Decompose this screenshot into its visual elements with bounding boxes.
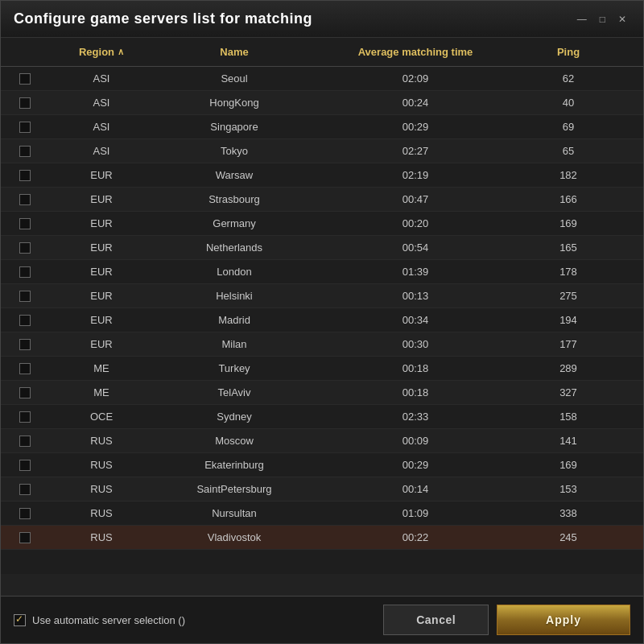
row-checkbox-cell[interactable] xyxy=(1,242,49,254)
row-checkbox[interactable] xyxy=(19,266,31,278)
row-checkbox[interactable] xyxy=(19,460,31,471)
row-avg-time: 02:19 xyxy=(315,169,516,181)
row-ping: 194 xyxy=(516,314,621,326)
row-avg-time: 00:13 xyxy=(315,290,516,302)
row-ping: 245 xyxy=(516,531,621,543)
row-name: Helsinki xyxy=(154,290,315,302)
row-checkbox[interactable] xyxy=(19,291,31,302)
row-ping: 289 xyxy=(516,362,621,374)
row-ping: 62 xyxy=(516,72,621,85)
row-name: Turkey xyxy=(154,362,315,374)
auto-select-label[interactable]: Use automatic server selection () xyxy=(14,614,185,626)
table-body[interactable]: ASI Seoul 02:09 62 ASI HongKong 00:24 40… xyxy=(1,67,643,596)
row-checkbox[interactable] xyxy=(19,97,31,109)
row-checkbox[interactable] xyxy=(19,484,31,495)
row-region: RUS xyxy=(49,435,154,447)
row-checkbox-cell[interactable] xyxy=(1,460,49,471)
row-region: EUR xyxy=(49,193,154,205)
table-row: RUS Nursultan 01:09 338 xyxy=(1,502,643,526)
row-region: RUS xyxy=(49,483,154,495)
row-checkbox-cell[interactable] xyxy=(1,73,49,85)
row-region: EUR xyxy=(49,169,154,181)
row-name: TelAviv xyxy=(154,386,315,398)
row-region: EUR xyxy=(49,242,154,254)
row-checkbox-cell[interactable] xyxy=(1,218,49,229)
row-avg-time: 00:22 xyxy=(315,531,516,543)
table-row: EUR London 01:39 178 xyxy=(1,260,643,284)
row-checkbox-cell[interactable] xyxy=(1,146,49,157)
row-checkbox[interactable] xyxy=(19,532,31,543)
row-checkbox-cell[interactable] xyxy=(1,411,49,423)
row-checkbox-cell[interactable] xyxy=(1,387,49,398)
row-checkbox-cell[interactable] xyxy=(1,339,49,350)
table-row: ME TelAviv 00:18 327 xyxy=(1,381,643,405)
minimize-button[interactable]: — xyxy=(573,12,591,27)
row-checkbox[interactable] xyxy=(19,170,31,181)
row-checkbox[interactable] xyxy=(19,218,31,229)
auto-select-checkbox[interactable] xyxy=(14,614,26,626)
close-button[interactable]: ✕ xyxy=(614,12,630,27)
row-avg-time: 00:30 xyxy=(315,338,516,350)
row-region: EUR xyxy=(49,217,154,229)
row-checkbox[interactable] xyxy=(19,363,31,374)
footer-buttons: Cancel Apply xyxy=(383,605,630,635)
row-avg-time: 00:18 xyxy=(315,386,516,398)
row-ping: 177 xyxy=(516,338,621,350)
row-checkbox[interactable] xyxy=(19,436,31,447)
row-ping: 178 xyxy=(516,266,621,278)
row-checkbox[interactable] xyxy=(19,194,31,205)
row-name: Strasbourg xyxy=(154,193,315,205)
row-ping: 169 xyxy=(516,459,621,471)
col-header-ping: Ping xyxy=(516,43,621,61)
row-checkbox-cell[interactable] xyxy=(1,508,49,519)
table-row: EUR Milan 00:30 177 xyxy=(1,332,643,357)
row-region: ME xyxy=(49,386,154,398)
row-region: ASI xyxy=(49,121,154,133)
row-checkbox-cell[interactable] xyxy=(1,291,49,302)
row-region: EUR xyxy=(49,314,154,326)
row-ping: 141 xyxy=(516,435,621,447)
row-checkbox[interactable] xyxy=(19,73,31,85)
row-checkbox-cell[interactable] xyxy=(1,170,49,181)
row-checkbox[interactable] xyxy=(19,122,31,133)
row-checkbox-cell[interactable] xyxy=(1,122,49,133)
main-window: Configure game servers list for matching… xyxy=(0,0,644,644)
table-row: EUR Germany 00:20 169 xyxy=(1,212,643,236)
row-checkbox[interactable] xyxy=(19,508,31,519)
row-checkbox-cell[interactable] xyxy=(1,363,49,374)
apply-button[interactable]: Apply xyxy=(497,605,630,635)
row-checkbox[interactable] xyxy=(19,315,31,326)
row-checkbox[interactable] xyxy=(19,411,31,423)
row-name: Vladivostok xyxy=(154,531,315,543)
row-name: SaintPetersburg xyxy=(154,483,315,495)
row-ping: 338 xyxy=(516,507,621,519)
table-row: EUR Madrid 00:34 194 xyxy=(1,308,643,332)
row-checkbox-cell[interactable] xyxy=(1,194,49,205)
col-header-region[interactable]: Region ∧ xyxy=(49,43,154,61)
maximize-button[interactable]: □ xyxy=(596,12,609,27)
row-ping: 165 xyxy=(516,242,621,254)
row-checkbox-cell[interactable] xyxy=(1,484,49,495)
row-checkbox-cell[interactable] xyxy=(1,266,49,278)
table-row: EUR Strasbourg 00:47 166 xyxy=(1,188,643,212)
table-row: ASI Singapore 00:29 69 xyxy=(1,115,643,139)
row-checkbox-cell[interactable] xyxy=(1,532,49,543)
row-avg-time: 00:18 xyxy=(315,362,516,374)
footer: Use automatic server selection () Cancel… xyxy=(1,596,643,643)
row-ping: 153 xyxy=(516,483,621,495)
row-avg-time: 02:09 xyxy=(315,72,516,85)
cancel-button[interactable]: Cancel xyxy=(383,605,489,635)
row-region: EUR xyxy=(49,266,154,278)
row-checkbox[interactable] xyxy=(19,146,31,157)
row-checkbox[interactable] xyxy=(19,387,31,398)
row-avg-time: 00:24 xyxy=(315,97,516,109)
row-checkbox[interactable] xyxy=(19,339,31,350)
row-checkbox-cell[interactable] xyxy=(1,436,49,447)
row-ping: 166 xyxy=(516,193,621,205)
row-checkbox-cell[interactable] xyxy=(1,97,49,109)
row-checkbox[interactable] xyxy=(19,242,31,254)
row-region: OCE xyxy=(49,411,154,423)
row-checkbox-cell[interactable] xyxy=(1,315,49,326)
table-row: OCE Sydney 02:33 158 xyxy=(1,405,643,429)
row-ping: 158 xyxy=(516,411,621,423)
